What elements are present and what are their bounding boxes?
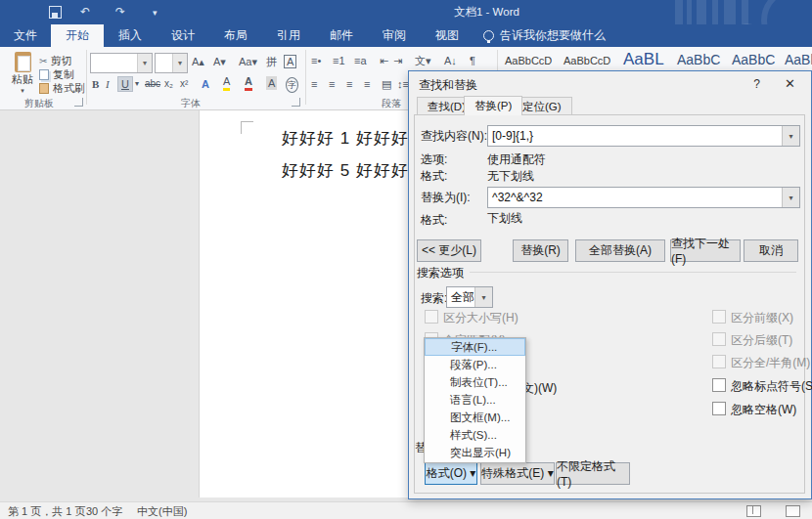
find-next-button[interactable]: 查找下一处(F) — [670, 239, 741, 262]
align-right-button[interactable]: ≡ — [346, 77, 352, 91]
increase-indent-button[interactable]: ⇥ — [393, 54, 402, 67]
menu-item-language[interactable]: 语言(L)... — [425, 391, 525, 409]
checkbox-ignore-whitespace[interactable]: 忽略空格(W) — [712, 402, 796, 418]
replace-all-button[interactable]: 全部替换(A) — [575, 239, 665, 262]
checkbox-ignore-punctuation[interactable]: 忽略标点符号(S) — [712, 378, 812, 395]
no-formatting-button[interactable]: 不限定格式(T) — [556, 462, 630, 485]
chevron-down-icon[interactable]: ▾ — [137, 54, 152, 72]
checkbox-icon[interactable] — [712, 402, 726, 415]
tab-view[interactable]: 视图 — [421, 24, 474, 47]
less-button[interactable]: << 更少(L) — [417, 239, 481, 262]
find-what-combo[interactable]: [0-9]{1,} ▾ — [487, 125, 800, 147]
highlight-color-button[interactable]: A — [223, 75, 230, 91]
asian-layout-button[interactable]: 文▾ — [415, 54, 431, 67]
align-left-button[interactable]: ≡ — [311, 77, 317, 91]
copy-button[interactable]: 复制 — [39, 67, 74, 82]
menu-item-style[interactable]: 样式(S)... — [425, 426, 525, 444]
qat-customize-icon[interactable]: ▾ — [153, 1, 158, 25]
style-no-spacing[interactable]: AaBbCcD — [564, 55, 610, 66]
help-icon[interactable]: ? — [753, 77, 760, 91]
chevron-down-icon[interactable]: ▾ — [782, 126, 799, 146]
cut-button[interactable]: ✂ 剪切 — [39, 54, 71, 68]
tab-insert[interactable]: 插入 — [104, 24, 157, 47]
document-text-line[interactable]: 好好好 1 好好好 — [282, 127, 409, 150]
font-name-combo[interactable]: ▾ — [90, 53, 153, 73]
character-shading-button[interactable]: A — [266, 76, 277, 90]
document-text-line[interactable]: 好好好 5 好好好 — [282, 159, 409, 182]
tab-layout[interactable]: 布局 — [209, 24, 262, 47]
bold-button[interactable]: B — [92, 77, 99, 91]
read-mode-icon[interactable] — [746, 505, 761, 517]
save-icon[interactable] — [49, 6, 62, 19]
chevron-down-icon[interactable]: ▾ — [474, 287, 492, 307]
underline-button[interactable]: U — [117, 76, 133, 92]
tell-me-box[interactable]: 告诉我你想要做什么 — [474, 24, 615, 47]
menu-item-frame[interactable]: 图文框(M)... — [425, 409, 525, 426]
enclose-characters-button[interactable]: 字 — [286, 77, 298, 93]
tab-references[interactable]: 引用 — [262, 24, 315, 47]
numbering-button[interactable]: ≡1 — [333, 54, 345, 67]
paste-dropdown-icon[interactable]: ▾ — [8, 87, 37, 95]
paste-button[interactable]: 粘贴 ▾ — [8, 52, 37, 95]
style-heading2[interactable]: AaBbC — [677, 52, 720, 67]
style-heading3[interactable]: AaBbC — [732, 52, 775, 67]
align-center-button[interactable]: ≡ — [329, 77, 335, 91]
format-menu-button[interactable]: 格式(O) ▾ — [425, 462, 477, 485]
undo-icon[interactable]: ↶ — [80, 0, 90, 24]
font-color-button[interactable]: A — [245, 75, 252, 91]
redo-icon[interactable]: ↷ — [115, 0, 125, 24]
font-dialog-launcher[interactable] — [292, 98, 300, 107]
character-border-button[interactable]: A — [284, 55, 296, 68]
checkbox-icon[interactable] — [712, 378, 726, 392]
clipboard-dialog-launcher[interactable] — [74, 98, 83, 107]
phonetic-guide-button[interactable]: 拼 — [266, 55, 277, 68]
shrink-font-button[interactable]: A▾ — [213, 55, 226, 68]
text-effects-button[interactable]: A — [202, 77, 209, 91]
tab-mailings[interactable]: 邮件 — [315, 24, 368, 47]
dialog-tab-replace[interactable]: 替换(P) — [464, 96, 522, 115]
page-indicator[interactable]: 第 1 页，共 1 页 — [8, 504, 85, 519]
decrease-indent-button[interactable]: ⇤ — [380, 54, 388, 67]
font-size-combo[interactable]: ▾ — [155, 53, 188, 73]
change-case-button[interactable]: Aa▾ — [239, 55, 257, 68]
underline-dropdown-icon[interactable]: ▾ — [135, 77, 139, 91]
word-count[interactable]: 30 个字 — [86, 504, 122, 519]
style-heading4[interactable]: AaBbC — [785, 52, 812, 67]
chevron-down-icon[interactable]: ▾ — [782, 188, 799, 207]
strikethrough-button[interactable]: abc — [145, 77, 160, 91]
special-format-button[interactable]: 特殊格式(E) ▾ — [480, 462, 555, 485]
italic-button[interactable]: I — [106, 77, 110, 91]
print-layout-icon[interactable] — [786, 505, 800, 517]
replace-with-combo[interactable]: ^32^&^32 ▾ — [487, 187, 800, 208]
replace-with-value[interactable]: ^32^&^32 — [488, 191, 782, 204]
tab-design[interactable]: 设计 — [157, 24, 209, 47]
grow-font-button[interactable]: A▴ — [192, 55, 204, 68]
tab-review[interactable]: 审阅 — [368, 24, 421, 47]
style-normal[interactable]: AaBbCcD — [505, 55, 552, 66]
distribute-button[interactable]: ▤ — [382, 77, 391, 91]
checkbox-label: 忽略空格(W) — [731, 403, 796, 416]
bullets-button[interactable]: ≡• — [311, 54, 321, 67]
menu-item-highlight[interactable]: 突出显示(H) — [425, 444, 525, 461]
chevron-down-icon[interactable]: ▾ — [172, 54, 187, 72]
cancel-button[interactable]: 取消 — [744, 239, 798, 262]
tab-file[interactable]: 文件 — [0, 24, 51, 47]
style-heading1[interactable]: AaBL — [623, 50, 664, 69]
subscript-button[interactable]: x₂ — [164, 77, 173, 91]
justify-button[interactable]: ≡ — [364, 77, 370, 91]
close-icon[interactable]: ✕ — [785, 76, 795, 91]
multilevel-list-button[interactable]: ≡a — [354, 54, 367, 67]
menu-item-font[interactable]: 字体(F)... — [425, 338, 525, 356]
tab-home[interactable]: 开始 — [51, 24, 104, 47]
sort-button[interactable]: A↓ — [444, 54, 457, 67]
superscript-button[interactable]: x² — [180, 77, 188, 91]
menu-item-tabs[interactable]: 制表位(T)... — [425, 373, 525, 391]
language-indicator[interactable]: 中文(中国) — [137, 504, 187, 519]
format-painter-button[interactable]: 格式刷 — [39, 81, 85, 96]
search-scope-dropdown[interactable]: 全部 ▾ — [446, 286, 493, 308]
search-scope-value[interactable]: 全部 — [447, 289, 474, 306]
replace-button[interactable]: 替换(R) — [513, 239, 568, 262]
show-marks-button[interactable]: ¶ — [470, 54, 475, 67]
menu-item-paragraph[interactable]: 段落(P)... — [425, 356, 525, 373]
find-what-value[interactable]: [0-9]{1,} — [488, 129, 782, 143]
